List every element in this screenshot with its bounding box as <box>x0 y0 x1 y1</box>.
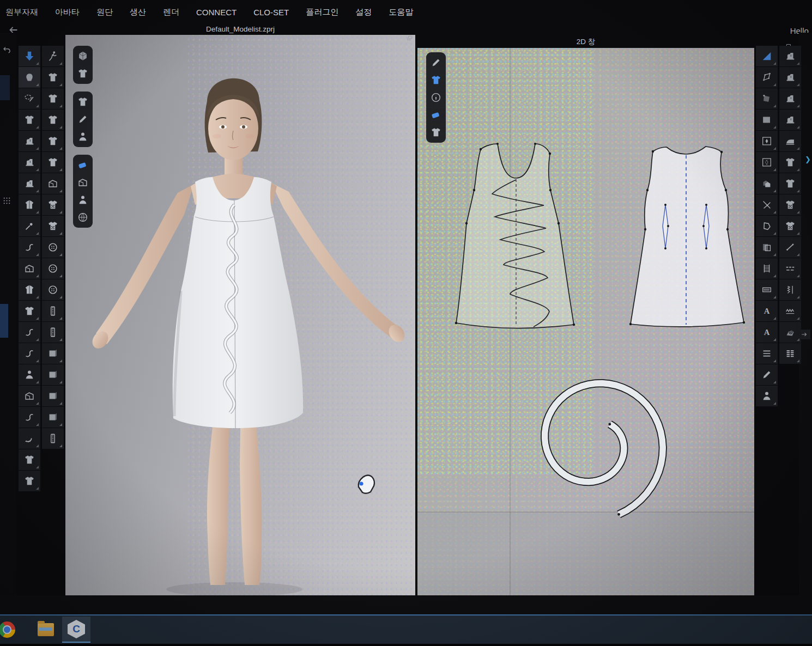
pattern-spiral-piece[interactable] <box>545 383 663 516</box>
drape-rotate-tool[interactable] <box>19 343 40 364</box>
avatar-3d[interactable] <box>65 35 415 595</box>
drag-garment-tool[interactable] <box>42 67 64 88</box>
viewport3d-restore-icon[interactable] <box>405 34 414 42</box>
grading-ruler-tool[interactable] <box>756 279 778 300</box>
clone-pattern-tool[interactable] <box>756 173 778 194</box>
taskbar-clo-3d[interactable]: C <box>62 617 90 643</box>
fit-garment-tool[interactable] <box>19 109 40 130</box>
layer-tops-tool[interactable] <box>19 301 40 321</box>
pull-garment-tool[interactable] <box>42 88 64 109</box>
menu-fabric[interactable]: 원단 <box>95 6 114 19</box>
fabric-texture-toggle[interactable] <box>75 157 91 173</box>
texture-checker-solid-tool[interactable] <box>42 216 64 236</box>
text-style-tool[interactable] <box>756 322 778 343</box>
trace-pattern-tool[interactable] <box>756 216 778 236</box>
dart-tool[interactable] <box>756 131 778 151</box>
tug-garment-tool[interactable] <box>42 109 64 130</box>
menu-closet[interactable]: CLO-SET <box>252 7 290 18</box>
iron-press-tool[interactable] <box>779 131 801 151</box>
sew-free-2d-tool[interactable] <box>779 88 801 109</box>
pattern-back-piece[interactable] <box>629 147 745 327</box>
zigzag-stitch-tool[interactable] <box>779 301 801 321</box>
garment-avatar-tool[interactable] <box>19 364 40 385</box>
lasso-select-tool[interactable] <box>19 88 40 109</box>
pattern-outline-toggle[interactable] <box>75 112 91 127</box>
window-2d[interactable] <box>417 48 754 595</box>
texture-checker-tool[interactable] <box>42 194 64 215</box>
pattern-panel-tool[interactable] <box>42 386 64 406</box>
grid-dots-icon[interactable] <box>2 195 13 206</box>
lift-garment-toggle[interactable] <box>428 72 444 88</box>
stitch-dash-tool[interactable] <box>779 258 801 279</box>
sew-free-tool[interactable] <box>19 173 40 194</box>
pleats-tool[interactable] <box>779 343 801 364</box>
pattern-box-tool[interactable] <box>42 343 64 364</box>
fold-arrangement-tool[interactable] <box>19 258 40 279</box>
menu-connect[interactable]: CONNECT <box>195 7 238 18</box>
drape-curve-tool[interactable] <box>19 322 40 343</box>
menu-production[interactable]: 생산 <box>129 6 147 19</box>
pattern-canvas[interactable] <box>417 48 754 595</box>
show-garment-toggle[interactable] <box>75 66 91 81</box>
sew-check-tool[interactable] <box>779 109 801 130</box>
show-avatar-toggle[interactable] <box>75 129 91 144</box>
garment-lock-toggle[interactable] <box>428 125 444 140</box>
avatar-info-toggle[interactable] <box>428 90 444 105</box>
zipper-tool[interactable] <box>42 301 64 321</box>
select-garment-tool[interactable] <box>779 152 801 173</box>
dart-dots-tool[interactable] <box>756 152 778 173</box>
menu-render[interactable]: 렌더 <box>162 6 180 19</box>
pattern-pen-toggle[interactable] <box>428 55 444 70</box>
zipper-puller-tool[interactable] <box>42 428 64 449</box>
view-cube-toggle[interactable] <box>75 48 91 64</box>
elastic-tool[interactable] <box>779 279 801 300</box>
pin-tool[interactable] <box>19 216 40 236</box>
outer-layer-tool[interactable] <box>19 279 40 300</box>
fabric-fold-toggle[interactable] <box>75 175 91 190</box>
pin-vest-tool[interactable] <box>19 194 40 215</box>
pattern-avatar-tool[interactable] <box>756 386 778 406</box>
pattern-box-solid-tool[interactable] <box>42 364 64 385</box>
simulate-tool[interactable] <box>42 46 64 66</box>
menu-settings[interactable]: 설정 <box>354 6 373 19</box>
buttonhole-lock-tool[interactable] <box>42 279 64 300</box>
taskbar-chrome[interactable] <box>0 617 28 643</box>
cut-sew-tool[interactable] <box>756 364 778 385</box>
edit-shape-tool[interactable] <box>756 88 778 109</box>
text-tool[interactable] <box>756 301 778 321</box>
seam-ruler-tool[interactable] <box>756 258 778 279</box>
edit-curve-tool[interactable] <box>19 407 40 428</box>
transform-pattern-tool[interactable] <box>756 46 778 66</box>
garment-measure-tool[interactable] <box>19 449 40 470</box>
pinch-garment-tool[interactable] <box>42 131 64 151</box>
menu-plugin[interactable]: 플러그인 <box>305 6 340 19</box>
button-large-tool[interactable] <box>42 258 64 279</box>
collapse-chevron-icon[interactable]: ❯ <box>805 155 811 163</box>
taskbar-file-explorer[interactable] <box>32 617 60 643</box>
edit-pattern-tool[interactable] <box>756 67 778 88</box>
grab-garment-tool[interactable] <box>779 173 801 194</box>
texture-solid-2d-tool[interactable] <box>779 216 801 236</box>
add-fabric-tool[interactable] <box>779 322 801 343</box>
tape-measure-tool[interactable] <box>19 428 40 449</box>
viewport-3d[interactable] <box>65 35 415 595</box>
pattern-list-tool[interactable] <box>756 343 778 364</box>
stretch-garment-tool[interactable] <box>42 152 64 173</box>
garment-measure-edit-tool[interactable] <box>19 471 40 491</box>
sew-machine-2d-tool[interactable] <box>779 46 801 66</box>
show-clothes-toggle[interactable] <box>75 94 91 109</box>
offset-pattern-tool[interactable] <box>756 237 778 258</box>
pattern-front-piece[interactable] <box>455 143 575 328</box>
pan-tool[interactable] <box>19 67 40 88</box>
stitch-slash-tool[interactable] <box>779 237 801 258</box>
rectangle-pattern-tool[interactable] <box>756 109 778 130</box>
menu-help[interactable]: 도움말 <box>387 6 414 19</box>
button-tool[interactable] <box>42 237 64 258</box>
lift-fabric-tool[interactable] <box>19 386 40 406</box>
mannequin-toggle[interactable] <box>75 192 91 208</box>
intersect-cut-tool[interactable] <box>756 194 778 215</box>
zipper-edit-tool[interactable] <box>42 322 64 343</box>
fabric-swatch-toggle[interactable] <box>428 107 444 123</box>
environment-toggle[interactable] <box>75 210 91 225</box>
undo-arrow-icon[interactable] <box>2 45 13 56</box>
